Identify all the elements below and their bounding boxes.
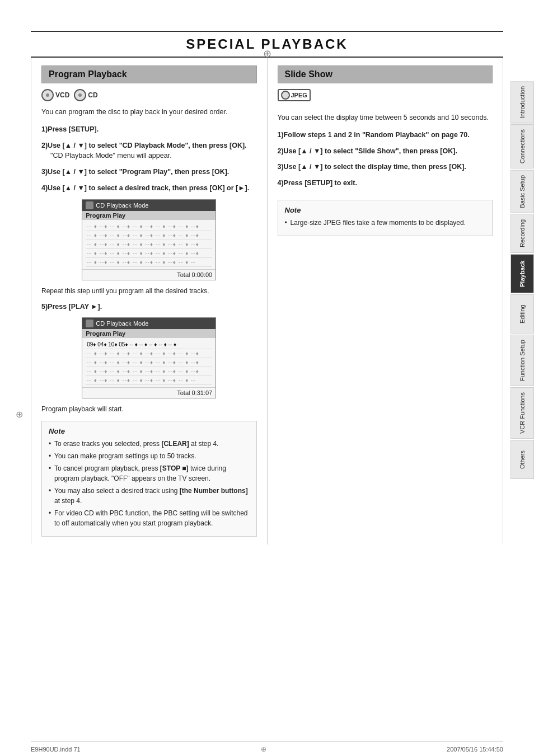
screen2-row-2: -- ♦ --♦ -- ♦ --♦ -- ♦ --♦ -- ♦ --♦ -- ♦… [86, 358, 212, 367]
left-note-title: Note [49, 427, 250, 435]
left-step-3-text: 3)Use [▲ / ▼] to select "Program Play", … [41, 168, 229, 176]
screen1-header: CD Playback Mode [82, 200, 216, 211]
screen2-total: Total 0:31:07 [82, 387, 216, 398]
left-step-1: 1)Press [SETUP]. [41, 124, 257, 135]
screen1-row-2: -- ♦ --♦ -- ♦ --♦ -- ♦ --♦ -- ♦ --♦ -- ♦… [86, 231, 212, 240]
left-step-5-text: 5)Press [PLAY ►]. [41, 303, 102, 311]
left-step-1-text: 1)Press [SETUP]. [41, 125, 99, 133]
right-note-item-1: Large-size JPEG files take a few moments… [285, 218, 486, 228]
left-intro: You can program the disc to play back in… [41, 107, 257, 118]
screen2-body: 09♦ 04♦ 10♦ 05♦ -- ♦ -- ♦ -- ♦ -- ♦ -- ♦… [82, 338, 216, 387]
screen1-header-text: CD Playback Mode [96, 202, 148, 209]
screen1-row-5: -- ♦ --♦ -- ♦ --♦ -- ♦ --♦ -- ♦ --♦ -- ♦… [86, 258, 212, 267]
screen1-row-1: -- ♦ --♦ -- ♦ --♦ -- ♦ --♦ -- ♦ --♦ -- ♦… [86, 222, 212, 231]
left-step-5: 5)Press [PLAY ►]. [41, 302, 257, 312]
right-step-2-text: 2)Use [▲ / ▼] to select "Slide Show", th… [278, 147, 457, 155]
left-note-item-3: To cancel program playback, press [STOP … [49, 463, 250, 483]
caption-1: Repeat this step until you program all t… [41, 286, 257, 296]
cd-icon: CD [74, 89, 97, 101]
jpeg-label: JPEG [291, 92, 307, 98]
right-step-1-text: 1)Follow steps 1 and 2 in "Random Playba… [278, 131, 470, 139]
sidebar-tab-function-setup[interactable]: Function Setup [510, 335, 534, 386]
right-step-4: 4)Press [SETUP] to exit. [278, 178, 493, 189]
right-intro: You can select the display time between … [278, 112, 493, 123]
jpeg-disc-icon [281, 91, 290, 100]
screen-mockup-1: CD Playback Mode Program Play -- ♦ --♦ -… [82, 199, 216, 280]
right-note-box: Note Large-size JPEG files take a few mo… [278, 200, 493, 236]
sidebar-tab-introduction[interactable]: Introduction [510, 81, 534, 123]
left-step-4: 4)Use [▲ / ▼] to select a desired track,… [41, 183, 257, 194]
main-content: Program Playback VCD CD You can program … [31, 58, 503, 544]
top-crosshair: ⊕ [263, 48, 271, 60]
left-step-3: 3)Use [▲ / ▼] to select "Program Play", … [41, 167, 257, 177]
left-crosshair: ⊕ [16, 409, 23, 420]
sidebar-tab-playback[interactable]: Playback [510, 254, 534, 293]
format-badge-row: JPEG [278, 89, 493, 107]
screen1-header-icon [86, 201, 93, 209]
screen2-subheader: Program Play [82, 329, 216, 338]
screen1-row-3: -- ♦ --♦ -- ♦ --♦ -- ♦ --♦ -- ♦ --♦ -- ♦… [86, 240, 212, 249]
left-step-2: 2)Use [▲ / ▼] to select "CD Playback Mod… [41, 140, 257, 162]
sidebar-tab-vcr-functions[interactable]: VCR Functions [510, 387, 534, 439]
bottom-right-text: 2007/05/16 15:44:50 [447, 746, 503, 753]
screen1-row-4: -- ♦ --♦ -- ♦ --♦ -- ♦ --♦ -- ♦ --♦ -- ♦… [86, 249, 212, 258]
sidebar-tab-editing[interactable]: Editing [510, 294, 534, 334]
left-column: Program Playback VCD CD You can program … [31, 58, 268, 544]
left-step-2-sub: "CD Playback Mode" menu will appear. [50, 152, 172, 159]
jpeg-badge: JPEG [278, 89, 311, 101]
right-step-2: 2)Use [▲ / ▼] to select "Slide Show", th… [278, 146, 493, 157]
left-step-4-text: 4)Use [▲ / ▼] to select a desired track,… [41, 184, 249, 192]
cd-label: CD [88, 91, 97, 99]
right-step-3-text: 3)Use [▲ / ▼] to select the display time… [278, 163, 466, 171]
left-note-item-5: For video CD with PBC function, the PBC … [49, 508, 250, 528]
left-note-box: Note To erase tracks you selected, press… [41, 421, 257, 537]
screen2-header: CD Playback Mode [82, 318, 216, 329]
sidebar-tabs: Introduction Connections Basic Setup Rec… [510, 81, 534, 480]
screen1-total-text: Total 0:00:00 [177, 271, 212, 278]
sidebar-tab-connections[interactable]: Connections [510, 124, 534, 168]
left-note-item-1: To erase tracks you selected, press [CLE… [49, 439, 250, 449]
left-step-2-text: 2)Use [▲ / ▼] to select "CD Playback Mod… [41, 142, 247, 149]
vcd-label: VCD [55, 91, 69, 99]
left-section-header: Program Playback [41, 65, 257, 83]
right-note-title: Note [285, 206, 486, 214]
screen2-total-text: Total 0:31:07 [177, 389, 212, 396]
right-step-4-text: 4)Press [SETUP] to exit. [278, 179, 357, 187]
right-step-3: 3)Use [▲ / ▼] to select the display time… [278, 162, 493, 172]
screen2-row-4: -- ♦ --♦ -- ♦ --♦ -- ♦ --♦ -- ♦ --♦ -- ♦… [86, 376, 212, 385]
screen2-header-icon [86, 320, 93, 327]
screen2-row-3: -- ♦ --♦ -- ♦ --♦ -- ♦ --♦ -- ♦ --♦ -- ♦… [86, 367, 212, 376]
sidebar-tab-others[interactable]: Others [510, 440, 534, 479]
right-column: Slide Show JPEG You can select the displ… [268, 58, 503, 544]
cd-disc [74, 89, 86, 101]
page: ⊕ SPECIAL PLAYBACK Program Playback VCD … [0, 31, 534, 756]
left-note-item-2: You can make program settings up to 50 t… [49, 451, 250, 461]
screen1-subheader: Program Play [82, 211, 216, 220]
bottom-crosshair: ⊕ [261, 745, 266, 753]
disc-icons-left: VCD CD [41, 89, 257, 101]
screen1-body: -- ♦ --♦ -- ♦ --♦ -- ♦ --♦ -- ♦ --♦ -- ♦… [82, 220, 216, 269]
left-note-item-4: You may also select a desired track usin… [49, 486, 250, 506]
screen2-row-filled: 09♦ 04♦ 10♦ 05♦ -- ♦ -- ♦ -- ♦ -- ♦ -- ♦ [86, 340, 212, 349]
screen2-header-text: CD Playback Mode [96, 320, 148, 327]
caption-2: Program playback will start. [41, 404, 257, 414]
vcd-disc [41, 89, 54, 101]
screen1-total: Total 0:00:00 [82, 269, 216, 280]
bottom-left-text: E9H90UD.indd 71 [31, 746, 81, 753]
right-step-1: 1)Follow steps 1 and 2 in "Random Playba… [278, 130, 493, 140]
screen2-row-1: -- ♦ --♦ -- ♦ --♦ -- ♦ --♦ -- ♦ --♦ -- ♦… [86, 349, 212, 358]
bottom-bar: E9H90UD.indd 71 ⊕ 2007/05/16 15:44:50 [31, 741, 503, 753]
screen-mockup-2: CD Playback Mode Program Play 09♦ 04♦ 10… [82, 317, 216, 398]
right-section-header: Slide Show [278, 65, 493, 83]
sidebar-tab-basic-setup[interactable]: Basic Setup [510, 170, 534, 213]
vcd-icon: VCD [41, 89, 69, 101]
sidebar-tab-recording[interactable]: Recording [510, 214, 534, 253]
